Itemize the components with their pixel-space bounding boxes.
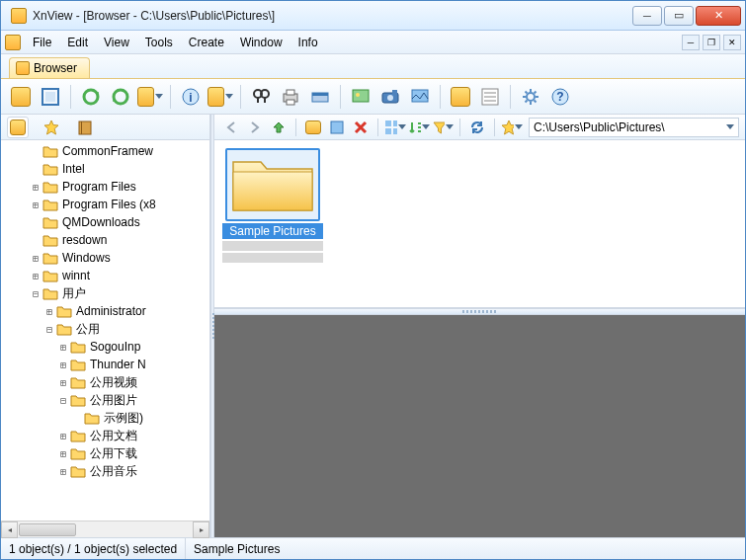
- open-button[interactable]: [7, 83, 35, 111]
- star-icon: [43, 120, 59, 135]
- tree-item[interactable]: ⊟用户: [1, 284, 209, 302]
- tree-item[interactable]: CommonFramew: [1, 142, 209, 160]
- tree-item-label: Intel: [62, 162, 85, 176]
- help-button[interactable]: ?: [546, 83, 574, 111]
- expand-toggle[interactable]: ⊞: [29, 271, 42, 281]
- expand-toggle[interactable]: ⊞: [56, 360, 70, 370]
- tree-item[interactable]: 示例图): [1, 409, 209, 427]
- scroll-left-button[interactable]: ◂: [1, 521, 18, 538]
- separator: [440, 85, 441, 109]
- chevron-down-icon[interactable]: [726, 124, 734, 130]
- tree-tab-folders[interactable]: [7, 117, 29, 138]
- print-button[interactable]: [277, 83, 304, 111]
- tree-item[interactable]: Intel: [1, 160, 209, 178]
- wallpaper-button[interactable]: [347, 83, 374, 111]
- menu-info[interactable]: Info: [290, 34, 326, 51]
- tree-item[interactable]: ⊞Windows: [1, 249, 209, 267]
- tree-item[interactable]: ⊞Administrator: [1, 302, 209, 320]
- tree-item[interactable]: resdown: [1, 231, 209, 249]
- convert-button[interactable]: [447, 83, 474, 111]
- expand-toggle[interactable]: ⊞: [42, 306, 56, 317]
- nav-back-button[interactable]: [220, 117, 242, 138]
- expand-toggle[interactable]: ⊟: [29, 288, 42, 299]
- thumbnail-item[interactable]: Sample Pictures: [222, 148, 323, 263]
- menu-edit[interactable]: Edit: [59, 34, 96, 51]
- fullscreen-button[interactable]: [37, 83, 64, 111]
- menu-window[interactable]: Window: [232, 34, 290, 51]
- vertical-splitter[interactable]: [210, 115, 214, 537]
- dropdown-button[interactable]: [136, 83, 164, 111]
- mdi-restore-button[interactable]: ❐: [703, 35, 720, 50]
- new-folder-button[interactable]: [302, 117, 324, 138]
- expand-toggle[interactable]: ⊞: [29, 253, 42, 264]
- folder-icon: [42, 162, 58, 176]
- tab-label: Browser: [34, 61, 77, 75]
- minimize-button[interactable]: ─: [632, 6, 662, 26]
- separator: [70, 85, 71, 109]
- scanner-button[interactable]: [306, 83, 334, 111]
- menu-file[interactable]: File: [25, 34, 59, 51]
- expand-toggle[interactable]: ⊞: [29, 182, 42, 193]
- expand-toggle[interactable]: ⊞: [56, 342, 70, 353]
- mdi-minimize-button[interactable]: ─: [682, 35, 700, 50]
- thumbnail-area[interactable]: Sample Pictures: [214, 140, 745, 308]
- expand-toggle[interactable]: ⊞: [56, 377, 70, 388]
- search-button[interactable]: [247, 83, 275, 111]
- menu-tools[interactable]: Tools: [137, 34, 181, 51]
- tree-item[interactable]: ⊞winnt: [1, 267, 209, 284]
- reload-button[interactable]: [107, 83, 134, 111]
- expand-toggle[interactable]: ⊞: [56, 431, 70, 441]
- settings-button[interactable]: [517, 83, 544, 111]
- expand-toggle[interactable]: ⊞: [56, 448, 70, 459]
- filter-button[interactable]: [432, 117, 454, 138]
- scroll-thumb[interactable]: [19, 523, 76, 536]
- tree-item[interactable]: ⊞公用视频: [1, 373, 209, 391]
- sync-button[interactable]: [466, 117, 488, 138]
- expand-toggle[interactable]: ⊞: [56, 466, 70, 477]
- address-bar[interactable]: [529, 118, 739, 137]
- close-button[interactable]: ✕: [696, 6, 741, 26]
- open-icon: [11, 87, 31, 107]
- view-mode-button[interactable]: [384, 117, 406, 138]
- capture-button[interactable]: [376, 83, 404, 111]
- delete-button[interactable]: [350, 117, 372, 138]
- tree-item[interactable]: ⊟公用图片: [1, 391, 209, 409]
- nav-up-button[interactable]: [268, 117, 290, 138]
- tree-item[interactable]: QMDownloads: [1, 213, 209, 231]
- maximize-button[interactable]: ▭: [664, 6, 694, 26]
- tree-item[interactable]: ⊞Thunder N: [1, 356, 209, 373]
- scroll-right-button[interactable]: ▸: [193, 521, 209, 538]
- mdi-close-button[interactable]: ✕: [723, 35, 741, 50]
- expand-toggle[interactable]: ⊞: [29, 200, 42, 210]
- tree-item[interactable]: ⊟公用: [1, 320, 209, 338]
- separator: [377, 119, 378, 136]
- address-input[interactable]: [534, 120, 725, 134]
- horizontal-scrollbar[interactable]: ◂ ▸: [1, 520, 209, 537]
- menu-view[interactable]: View: [96, 34, 137, 51]
- tree-tab-favorites[interactable]: [41, 117, 62, 138]
- expand-toggle[interactable]: ⊟: [56, 395, 70, 406]
- jpeg-button[interactable]: [406, 83, 434, 111]
- horizontal-splitter[interactable]: [214, 308, 745, 315]
- show-files-button[interactable]: [326, 117, 348, 138]
- tree-item[interactable]: ⊞公用下载: [1, 444, 209, 462]
- expand-toggle[interactable]: ⊟: [42, 324, 56, 335]
- tree-item[interactable]: ⊞公用文档: [1, 427, 209, 444]
- list-button[interactable]: [476, 83, 504, 111]
- menu-create[interactable]: Create: [181, 34, 232, 51]
- folder-tree[interactable]: CommonFramewIntel⊞Program Files⊞Program …: [1, 140, 209, 520]
- svg-rect-12: [312, 93, 328, 96]
- tree-item[interactable]: ⊞Program Files: [1, 178, 209, 196]
- tree-item[interactable]: ⊞SogouInp: [1, 338, 209, 356]
- sort-button[interactable]: [408, 117, 430, 138]
- refresh-button[interactable]: [77, 83, 105, 111]
- tree-tab-categories[interactable]: [74, 117, 96, 138]
- tree-item[interactable]: ⊞公用音乐: [1, 462, 209, 480]
- separator: [240, 85, 241, 109]
- favorite-button[interactable]: [501, 117, 523, 138]
- nav-forward-button[interactable]: [244, 117, 266, 138]
- explorer-button[interactable]: [207, 83, 234, 111]
- tree-item[interactable]: ⊞Program Files (x8: [1, 196, 209, 213]
- info-button[interactable]: i: [177, 83, 205, 111]
- tab-browser[interactable]: Browser: [9, 57, 90, 78]
